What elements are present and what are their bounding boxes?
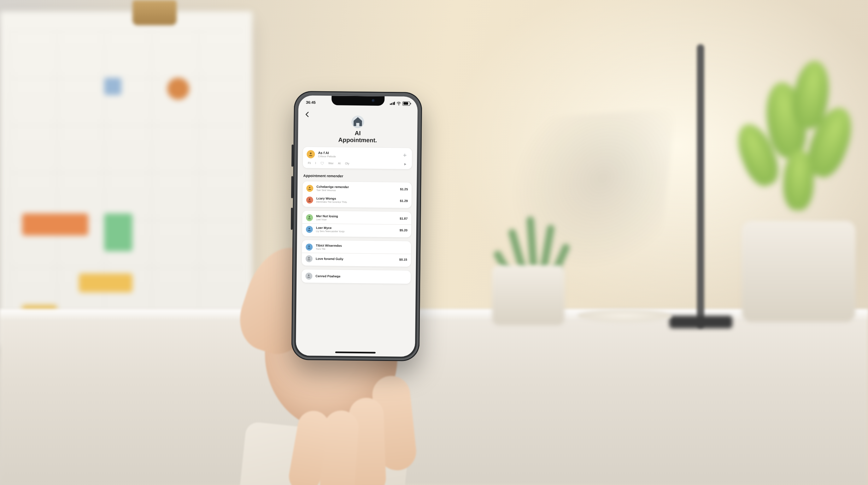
list-item[interactable]: Mer Nut losing Leet Viser $1.87	[302, 212, 411, 225]
item-title: Cenred Poahege	[315, 275, 407, 279]
avatar-icon	[306, 255, 313, 262]
home-icon	[351, 116, 364, 128]
app-content: AI Appointment. As f AI Criteror Patioda	[296, 95, 418, 357]
profile-name: As f AI	[318, 151, 336, 155]
phone-screen: 36:45 AI Appointment.	[296, 95, 418, 357]
avatar-icon	[306, 244, 313, 250]
reminder-list-2: Mer Nut losing Leet Viser $1.87 Loer Myc…	[302, 210, 412, 237]
heart-icon[interactable]	[320, 161, 324, 165]
list-item[interactable]: Lcary Wongs Demindes Tter borentor Thits…	[303, 194, 412, 207]
chip-4[interactable]: Oly	[345, 162, 349, 165]
desk-surface	[0, 309, 868, 485]
clipboard-clip	[132, 0, 177, 25]
svg-point-6	[309, 216, 310, 218]
list-item[interactable]: Love foramd Guliy $0.15	[302, 253, 411, 265]
svg-point-4	[309, 187, 310, 188]
svg-point-7	[309, 228, 310, 229]
svg-marker-3	[404, 163, 406, 165]
item-subtitle: Liy Sers Tetercatotier Yonjo	[316, 230, 397, 234]
avatar-icon	[306, 196, 313, 203]
section-heading: Appointment remender	[303, 174, 411, 179]
item-amount: $1.29	[400, 199, 408, 202]
reminder-list-1: Ccheberige remender Tser Sinti Vesonus $…	[303, 181, 412, 208]
profile-subtitle: Criteror Patioda	[318, 155, 336, 158]
reminder-list-3: Tibict Wisermdes Yucs Tife Love foramd G…	[302, 240, 411, 267]
desk-edge-highlight	[0, 309, 868, 321]
avatar-icon	[306, 185, 313, 192]
large-pot	[742, 221, 856, 322]
svg-point-10	[308, 275, 309, 276]
item-subtitle: Tser Sinti Vesonus	[316, 189, 397, 193]
avatar-icon	[306, 226, 313, 233]
back-button[interactable]	[303, 110, 312, 119]
svg-point-5	[309, 199, 310, 200]
chip-2[interactable]: Wer	[328, 162, 333, 165]
lamp-base	[669, 316, 733, 329]
add-button[interactable]	[401, 151, 408, 159]
small-pot	[492, 265, 565, 325]
scene: 36:45 AI Appointment.	[0, 0, 868, 485]
profile-card: As f AI Criteror Patioda Fli I We	[303, 147, 412, 169]
item-subtitle: Demindes Tter borentor Thits	[316, 200, 397, 204]
large-plant	[679, 38, 868, 240]
list-item[interactable]: Ccheberige remender Tser Sinti Vesonus $…	[303, 182, 412, 195]
background-calendar-board	[0, 11, 252, 346]
item-amount: $5.20	[400, 228, 407, 232]
profile-avatar[interactable]	[307, 150, 315, 158]
chip-1[interactable]: I	[315, 162, 316, 165]
page-header: AI Appointment.	[303, 115, 412, 144]
item-amount: $1.25	[400, 187, 408, 191]
list-item[interactable]: Tibict Wisermdes Yucs Tife	[302, 241, 411, 254]
svg-point-0	[310, 152, 312, 154]
plant-tray	[577, 309, 672, 322]
play-icon[interactable]	[403, 162, 407, 166]
chip-0[interactable]: Fli	[308, 161, 311, 165]
item-title: Love foramd Guliy	[316, 257, 396, 261]
item-amount: $1.87	[400, 217, 407, 220]
list-item[interactable]: Loer Myce Liy Sers Tetercatotier Yonjo $…	[302, 223, 411, 236]
chip-3[interactable]: AI	[338, 162, 341, 165]
svg-point-9	[308, 257, 310, 259]
filter-chips: Fli I Wer AI Oly	[307, 161, 408, 166]
avatar-icon	[306, 214, 313, 221]
svg-point-8	[308, 246, 310, 247]
phone-device: 36:45 AI Appointment.	[291, 91, 422, 361]
item-amount: $0.15	[399, 258, 407, 261]
list-item[interactable]: Cenred Poahege	[302, 269, 411, 284]
item-subtitle: Yucs Tife	[316, 248, 404, 251]
avatar-icon	[305, 273, 312, 280]
page-title-line2: Appointment.	[303, 136, 412, 144]
footer-card: Cenred Poahege	[302, 269, 411, 284]
item-subtitle: Leet Viser	[316, 218, 397, 222]
